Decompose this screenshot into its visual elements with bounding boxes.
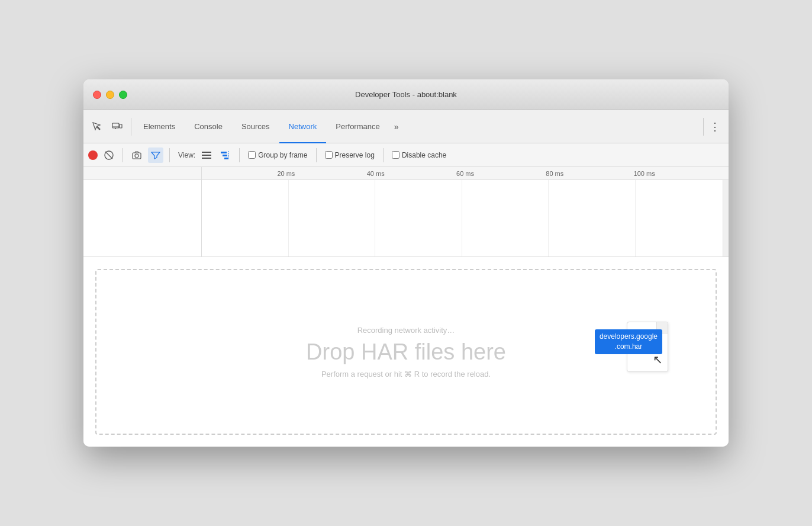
inspect-icon [92,121,102,132]
tick-100ms: 100 ms [634,170,655,177]
screenshot-button[interactable] [129,147,144,163]
recording-text: Recording network activity… [357,326,455,335]
maximize-button[interactable] [119,91,127,99]
divider-1 [316,148,317,162]
toolbar-left-buttons [88,118,131,136]
title-bar: Developer Tools - about:blank [83,79,729,110]
svg-rect-11 [221,152,227,153]
network-list-names [83,180,202,256]
svg-rect-0 [112,123,119,128]
network-list-area [83,180,729,257]
drop-zone[interactable]: Recording network activity… Drop HAR fil… [95,269,717,435]
svg-rect-12 [223,155,227,156]
svg-rect-10 [202,158,211,159]
tick-40ms: 40 ms [367,170,385,177]
tab-toolbar: Elements Console Sources Network Perform… [83,110,729,143]
cursor-icon: ↖ [653,352,663,367]
tab-sources[interactable]: Sources [232,110,279,143]
waterfall-col-3 [375,180,462,256]
tab-console[interactable]: Console [185,110,232,143]
view-label: View: [178,151,195,159]
tabs-container: Elements Console Sources Network Perform… [134,110,701,143]
camera-icon [132,150,141,160]
disable-cache-checkbox[interactable]: Disable cache [389,151,449,159]
network-list-waterfall [202,180,723,256]
divider-2 [383,148,384,162]
svg-rect-9 [202,155,211,156]
network-toolbar: View: Group by frame Pr [83,143,729,167]
svg-rect-8 [202,152,211,153]
traffic-lights [93,91,127,99]
tick-80ms: 80 ms [546,170,563,177]
waterfall-icon [220,150,231,160]
scrollbar[interactable] [723,180,729,256]
svg-point-7 [135,154,138,158]
clear-icon [104,150,114,160]
tick-20ms: 20 ms [277,170,295,177]
waterfall-view-button[interactable] [218,147,233,163]
toolbar-separator [703,118,704,136]
har-file-tooltip: developers.google.com.har [595,329,662,354]
devtools-window: Developer Tools - about:blank Elements [83,79,729,447]
timeline-header: 20 ms 40 ms 60 ms 80 ms 100 ms [83,167,729,180]
list-view-icon [201,150,212,160]
tick-60ms: 60 ms [456,170,474,177]
clear-button[interactable] [101,147,117,163]
tab-elements[interactable]: Elements [134,110,185,143]
record-button[interactable] [88,150,98,160]
waterfall-col-1 [202,180,289,256]
waterfall-col-4 [462,180,549,256]
close-button[interactable] [93,91,101,99]
waterfall-col-5 [549,180,636,256]
filter-icon [151,150,160,160]
filter-button[interactable] [148,147,163,163]
toolbar-separator-2 [169,148,170,162]
device-icon [112,121,123,132]
toolbar-separator-3 [239,148,240,162]
tab-network[interactable]: Network [279,110,327,143]
drop-zone-container: Recording network activity… Drop HAR fil… [83,257,729,447]
window-title: Developer Tools - about:blank [355,90,457,99]
more-options-button[interactable]: ⋮ [706,118,724,136]
drop-har-text: Drop HAR files here [306,339,506,365]
tab-performance[interactable]: Performance [326,110,389,143]
device-toggle-button[interactable] [108,118,126,136]
record-hint-text: Perform a request or hit ⌘ R to record t… [321,370,491,379]
list-view-button[interactable] [199,147,214,163]
inspect-element-button[interactable] [88,118,106,136]
svg-rect-13 [224,158,228,159]
minimize-button[interactable] [106,91,114,99]
timeline-spacer [83,167,202,179]
group-by-frame-checkbox[interactable]: Group by frame [246,151,310,159]
preserve-log-checkbox[interactable]: Preserve log [323,151,377,159]
toolbar-separator-1 [123,148,123,162]
svg-rect-1 [120,124,122,128]
timeline-ruler: 20 ms 40 ms 60 ms 80 ms 100 ms [202,167,729,179]
tab-overflow-button[interactable]: » [389,110,404,143]
waterfall-col-2 [289,180,376,256]
har-file-container: ↖ developers.google.com.har [627,322,668,372]
svg-line-5 [105,152,112,159]
waterfall-col-last [636,180,723,256]
